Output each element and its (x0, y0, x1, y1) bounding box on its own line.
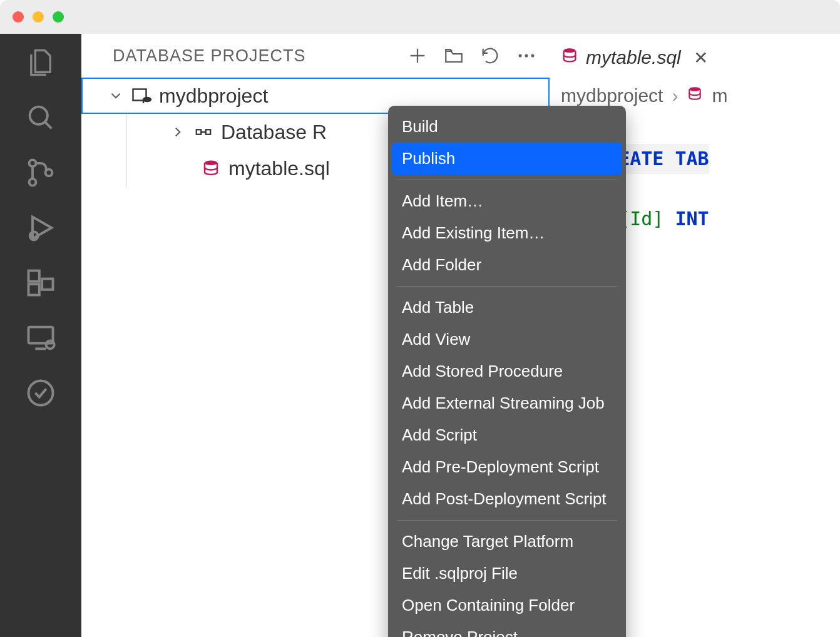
svg-point-3 (46, 170, 53, 176)
code-token: INT (675, 208, 709, 230)
close-tab-icon[interactable]: ✕ (694, 48, 708, 68)
menu-item-add-item[interactable]: Add Item… (388, 185, 626, 217)
breadcrumb-project[interactable]: mydbproject (561, 85, 663, 106)
svg-rect-6 (29, 284, 39, 295)
menu-item-add-stored-procedure[interactable]: Add Stored Procedure (388, 355, 626, 387)
sidebar-panel: DATABASE PROJECTS mydbproject (81, 34, 550, 637)
menu-item-remove-project[interactable]: Remove Project (388, 621, 626, 637)
menu-item-edit-sqlproj-file[interactable]: Edit .sqlproj File (388, 558, 626, 589)
database-file-icon (561, 47, 578, 69)
tree-folder-label: Database R (221, 121, 327, 144)
svg-point-18 (205, 161, 217, 166)
svg-point-12 (525, 54, 528, 57)
tree-root-label: mydbproject (159, 84, 268, 108)
menu-item-change-target-platform[interactable]: Change Target Platform (388, 526, 626, 558)
svg-point-13 (531, 54, 534, 57)
breadcrumb-separator: › (672, 85, 678, 106)
menu-item-add-post-deployment-script[interactable]: Add Post-Deployment Script (388, 483, 626, 515)
menu-item-open-containing-folder[interactable]: Open Containing Folder (388, 589, 626, 621)
menu-item-add-folder[interactable]: Add Folder (388, 249, 626, 281)
editor-tab-mytable[interactable]: mytable.sql ✕ (561, 47, 708, 69)
database-file-icon (687, 85, 703, 106)
more-actions-icon[interactable] (516, 45, 537, 66)
database-file-icon (200, 157, 222, 180)
svg-point-15 (143, 98, 151, 101)
svg-rect-7 (42, 279, 53, 290)
svg-rect-17 (206, 130, 211, 135)
window-zoom-button[interactable] (53, 11, 64, 23)
svg-rect-5 (29, 271, 39, 282)
sidebar-header: DATABASE PROJECTS (81, 34, 550, 78)
breadcrumb-file[interactable]: m (712, 85, 727, 106)
references-icon (192, 121, 215, 143)
menu-item-add-pre-deployment-script[interactable]: Add Pre-Deployment Script (388, 451, 626, 483)
window-minimize-button[interactable] (33, 11, 44, 23)
menu-separator (397, 520, 617, 521)
menu-separator (397, 180, 617, 180)
editor-tab-label: mytable.sql (586, 47, 681, 68)
svg-rect-16 (197, 130, 202, 135)
refresh-icon[interactable] (479, 45, 501, 66)
menu-item-publish[interactable]: Publish (392, 143, 622, 175)
window-close-button[interactable] (13, 11, 24, 23)
menu-item-add-script[interactable]: Add Script (388, 419, 626, 451)
search-icon[interactable] (24, 101, 57, 134)
tree-file-label: mytable.sql (228, 157, 330, 180)
open-folder-icon[interactable] (443, 45, 464, 66)
menu-item-add-table[interactable]: Add Table (388, 292, 626, 324)
code-token: TAB (675, 148, 709, 170)
chevron-down-icon (108, 88, 124, 104)
task-check-icon[interactable] (24, 377, 57, 409)
sql-project-icon (130, 84, 153, 107)
window-titlebar (0, 0, 840, 34)
svg-point-2 (29, 179, 36, 186)
new-project-icon[interactable] (407, 45, 428, 66)
svg-point-19 (564, 48, 576, 53)
run-debug-icon[interactable] (24, 211, 57, 244)
svg-point-0 (30, 107, 48, 125)
extensions-icon[interactable] (24, 267, 57, 299)
editor-tab-bar: mytable.sql ✕ (550, 34, 840, 81)
svg-point-9 (46, 340, 54, 349)
sidebar-title: DATABASE PROJECTS (113, 46, 306, 66)
svg-point-10 (29, 381, 53, 405)
remote-explorer-icon[interactable] (24, 322, 57, 354)
svg-point-1 (29, 160, 36, 166)
source-control-icon[interactable] (24, 156, 57, 189)
menu-item-add-external-streaming-job[interactable]: Add External Streaming Job (388, 387, 626, 419)
svg-point-20 (690, 87, 700, 91)
menu-item-build[interactable]: Build (388, 111, 626, 143)
menu-item-add-existing-item[interactable]: Add Existing Item… (388, 217, 626, 249)
svg-point-11 (519, 54, 522, 57)
menu-item-add-view[interactable]: Add View (388, 324, 626, 355)
context-menu: Build Publish Add Item… Add Existing Ite… (388, 106, 626, 637)
explorer-icon[interactable] (24, 46, 57, 79)
chevron-right-icon (170, 124, 186, 140)
menu-separator (397, 286, 617, 287)
activity-bar (0, 34, 81, 637)
